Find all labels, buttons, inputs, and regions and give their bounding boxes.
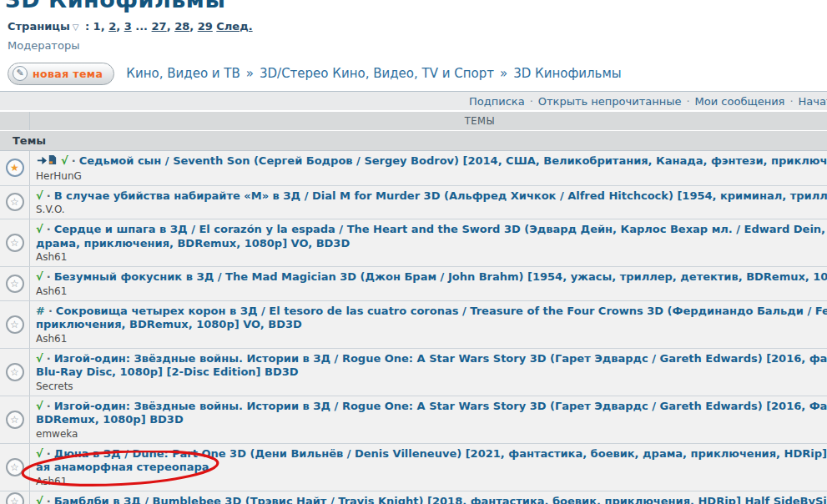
topic-star-icon[interactable]: ☆ bbox=[6, 411, 24, 429]
topic-title-link-line2[interactable]: BDRemux, 1080p] BD3D bbox=[36, 413, 184, 426]
pages-dropdown-icon[interactable]: ▽ bbox=[73, 23, 79, 32]
topic-prefix-mark: √ bbox=[36, 270, 43, 283]
topic-title-line2: BDRemux, 1080p] BD3D bbox=[36, 413, 827, 427]
separator: , bbox=[116, 20, 124, 33]
topic-title-link[interactable]: Дюна в ЗД / Dune: Part One 3D (Дени Виль… bbox=[54, 447, 827, 460]
separator: ... bbox=[132, 20, 152, 33]
page-link[interactable]: След. bbox=[216, 20, 252, 33]
topic-status-cell: ☆ bbox=[0, 444, 30, 491]
quick-link-2[interactable]: Мои сообщения bbox=[695, 95, 785, 108]
topic-title-line2: драма, приключения, BDRemux, 1080p] VO, … bbox=[36, 237, 827, 251]
star-glyph: ☆ bbox=[10, 496, 19, 504]
topic-author: Ash61 bbox=[36, 251, 827, 264]
star-glyph: ☆ bbox=[10, 462, 19, 472]
page-link[interactable]: 3 bbox=[124, 20, 132, 33]
topic-status-cell: ☆ bbox=[0, 219, 30, 266]
topic-star-icon[interactable]: ☆ bbox=[6, 458, 24, 476]
topic-title-link-line2[interactable]: приключения, BDRemux, 1080p] VO, BD3D bbox=[36, 318, 302, 330]
topic-status-cell: ☆ bbox=[0, 349, 30, 396]
topic-status-cell: ☆ bbox=[0, 186, 30, 219]
separator: , bbox=[189, 20, 197, 33]
table-row: ☆ √·Изгой-один: Звёздные войны. Истории … bbox=[0, 396, 827, 444]
topic-title-line1: √·Изгой-один: Звёздные войны. Истории в … bbox=[36, 400, 827, 414]
page-title-clip: 3D Кинофильмы bbox=[0, 0, 827, 13]
table-row: ☆ #·Сокровища четырех корон в ЗД / El te… bbox=[0, 301, 827, 349]
table-row: ☆ √·Изгой-один: Звёздные войны. Истории … bbox=[0, 349, 827, 396]
quick-link-0[interactable]: Подписка bbox=[469, 95, 525, 108]
topic-title-line1: #·Сокровища четырех корон в ЗД / El teso… bbox=[36, 305, 827, 319]
topic-title-line1: √·Безумный фокусник в ЗД / The Mad Magic… bbox=[36, 270, 827, 285]
topic-title-link[interactable]: Изгой-один: Звёздные войны. Истории в ЗД… bbox=[54, 400, 827, 412]
dot-separator: · bbox=[47, 352, 51, 365]
topic-title-link[interactable]: В случае убийства набирайте «М» в ЗД / D… bbox=[54, 189, 827, 202]
table-row: ☆ √·Дюна в ЗД / Dune: Part One 3D (Дени … bbox=[0, 444, 827, 491]
topic-author: emweka bbox=[36, 428, 827, 441]
topic-title-link[interactable]: Сердце и шпага в ЗД / El corazón y la es… bbox=[54, 223, 827, 235]
topic-star-icon[interactable]: ☆ bbox=[6, 315, 24, 334]
topic-author: Secrets bbox=[36, 381, 827, 393]
topic-star-icon[interactable]: ☆ bbox=[6, 492, 24, 504]
table-row: ☆ √·Бамблби в ЗД / Bumblebee 3D (Трэвис … bbox=[0, 491, 827, 504]
breadcrumb-link-1[interactable]: 3D/Стерео Кино, Видео, TV и Спорт bbox=[260, 66, 494, 81]
quick-link-1[interactable]: Открыть непрочитанные bbox=[538, 95, 682, 108]
topic-prefix-mark: √ bbox=[36, 400, 43, 412]
dot-separator: · bbox=[47, 400, 51, 412]
separator: , bbox=[101, 20, 108, 33]
column-header-label: Темы bbox=[13, 134, 46, 147]
topic-title-link[interactable]: Седьмой сын / Seventh Son (Сергей Бодров… bbox=[79, 154, 827, 167]
topic-prefix-mark: √ bbox=[36, 223, 43, 235]
star-glyph: ☆ bbox=[10, 279, 19, 289]
pages-colon: : bbox=[85, 20, 89, 33]
moderators-link[interactable]: Модераторы bbox=[8, 39, 79, 52]
topic-status-cell: ☆ bbox=[0, 301, 30, 348]
star-glyph: ☆ bbox=[10, 367, 19, 377]
topic-list: ★ √·Седьмой сын / Seventh Son (Сергей Бо… bbox=[0, 151, 827, 504]
dot-separator: · bbox=[72, 154, 76, 167]
table-row: ☆ √·Безумный фокусник в ЗД / The Mad Mag… bbox=[0, 267, 827, 301]
topic-prefix-mark: √ bbox=[61, 154, 68, 167]
topic-status-cell: ☆ bbox=[0, 491, 30, 504]
topic-title-link[interactable]: Бамблби в ЗД / Bumblebee 3D (Трэвис Найт… bbox=[54, 495, 827, 504]
dot-separator: · bbox=[47, 270, 51, 283]
topic-prefix-mark: √ bbox=[36, 352, 43, 365]
table-row: ☆ √·В случае убийства набирайте «М» в ЗД… bbox=[0, 186, 827, 220]
topic-title-link[interactable]: Сокровища четырех корон в ЗД / El tesoro… bbox=[56, 305, 827, 317]
breadcrumb-link-2[interactable]: 3D Кинофильмы bbox=[513, 66, 621, 81]
dot-separator: · bbox=[47, 189, 51, 202]
dot-separator: · bbox=[47, 223, 51, 235]
moderators-row: Модераторы bbox=[8, 39, 827, 52]
topic-author: S.V.O. bbox=[36, 204, 827, 216]
topic-title-link-line2[interactable]: Blu-Ray Disc, 1080p] [2-Disc Edition] BD… bbox=[36, 365, 299, 378]
current-page: 1 bbox=[93, 20, 101, 33]
quick-link-3[interactable]: Начатые bbox=[799, 95, 827, 108]
new-topic-label: новая тема bbox=[33, 68, 103, 80]
topic-title-line2: Blu-Ray Disc, 1080p] [2-Disc Edition] BD… bbox=[36, 365, 827, 380]
page-links: 1, 2, 3 ... 27, 28, 29 След. bbox=[93, 20, 253, 33]
topic-title-line1: √·Сердце и шпага в ЗД / El corazón y la … bbox=[36, 223, 827, 237]
topic-title-line1: √·Изгой-один: Звёздные войны. Истории в … bbox=[36, 352, 827, 366]
pages-label: Страницы bbox=[8, 20, 70, 33]
new-topic-button[interactable]: ✎ новая тема bbox=[8, 63, 114, 85]
page-link[interactable]: 28 bbox=[174, 20, 189, 33]
topic-title-link-line2[interactable]: драма, приключения, BDRemux, 1080p] VO, … bbox=[36, 237, 350, 249]
topic-title-link[interactable]: Изгой-один: Звёздные войны. Истории в ЗД… bbox=[54, 352, 827, 365]
table-row: ★ √·Седьмой сын / Seventh Son (Сергей Бо… bbox=[0, 151, 827, 186]
page-link[interactable]: 2 bbox=[108, 20, 116, 33]
topic-title-link-line2[interactable]: ая анаморфная стереопара bbox=[36, 461, 209, 473]
topic-star-icon[interactable]: ☆ bbox=[6, 275, 24, 293]
topic-title-line2: приключения, BDRemux, 1080p] VO, BD3D bbox=[36, 318, 827, 332]
page-link[interactable]: 29 bbox=[198, 20, 213, 33]
page-link[interactable]: 27 bbox=[152, 20, 167, 33]
topic-star-icon[interactable]: ☆ bbox=[6, 363, 24, 381]
breadcrumb-link-0[interactable]: Кино, Видео и ТВ bbox=[126, 66, 240, 81]
topic-title-link[interactable]: Безумный фокусник в ЗД / The Mad Magicia… bbox=[54, 270, 827, 283]
star-glyph: ★ bbox=[10, 163, 19, 173]
topic-prefix-mark: # bbox=[36, 305, 45, 317]
new-topic-pencil-icon: ✎ bbox=[13, 66, 28, 81]
topic-title-line1: √·В случае убийства набирайте «М» в ЗД /… bbox=[36, 189, 827, 204]
topic-star-icon[interactable]: ★ bbox=[6, 159, 24, 177]
topic-star-icon[interactable]: ☆ bbox=[6, 234, 24, 252]
dot-separator: · bbox=[47, 447, 51, 460]
topic-star-icon[interactable]: ☆ bbox=[6, 193, 24, 211]
breadcrumb-separator: » bbox=[246, 66, 254, 81]
